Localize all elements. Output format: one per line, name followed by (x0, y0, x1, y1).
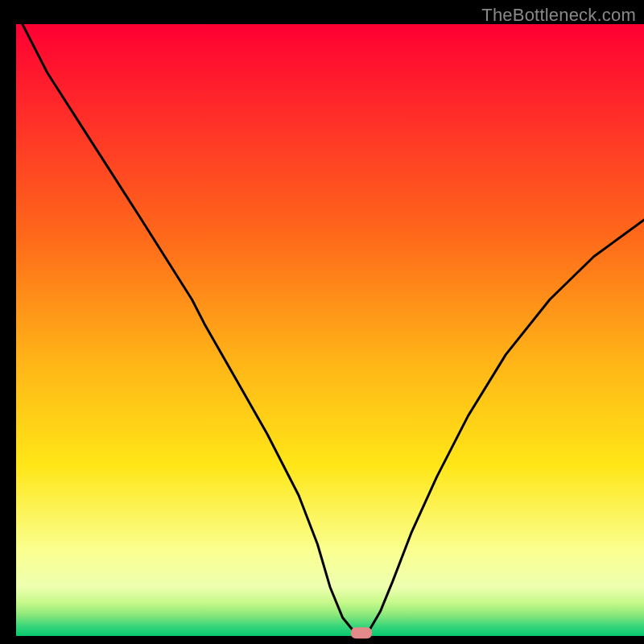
plot-background (16, 24, 644, 636)
optimal-marker (351, 627, 372, 638)
watermark-text: TheBottleneck.com (481, 5, 636, 26)
bottleneck-plot (0, 0, 644, 644)
chart-stage: TheBottleneck.com (0, 0, 644, 644)
